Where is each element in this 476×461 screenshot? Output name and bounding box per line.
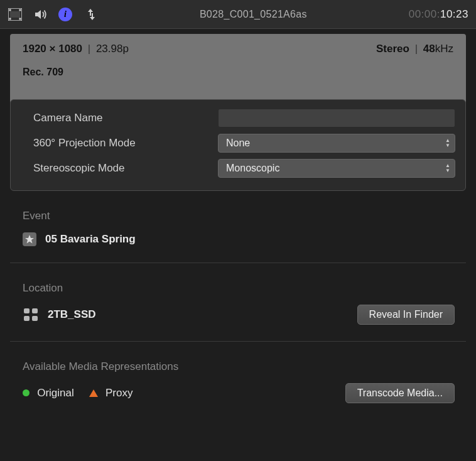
- status-triangle-warning-icon: [89, 389, 98, 397]
- svg-rect-6: [24, 308, 30, 313]
- colorspace-text: Rec. 709: [23, 67, 63, 77]
- svg-rect-2: [9, 9, 11, 11]
- original-media-indicator: Original: [23, 387, 74, 399]
- camera-name-input[interactable]: [218, 109, 455, 127]
- stereoscopic-mode-value: Monoscopic: [226, 163, 279, 174]
- audio-rate-text: 48: [423, 43, 435, 55]
- clip-title: B028_C001_0521A6as: [98, 9, 409, 20]
- inspector-toolbar: i B028_C001_0521A6as 00:00:10:23: [0, 0, 476, 29]
- metadata-row-2: Rec. 709: [23, 67, 453, 78]
- stereoscopic-mode-select[interactable]: Monoscopic: [218, 159, 455, 178]
- projection-mode-row: 360° Projection Mode None ▲▼: [17, 133, 459, 154]
- meta-video-spec: 1920 × 1080 | 23.98p: [23, 43, 129, 55]
- info-tab-icon[interactable]: i: [58, 7, 73, 22]
- svg-rect-4: [19, 9, 21, 11]
- proxy-media-indicator: Proxy: [89, 387, 133, 399]
- audio-tab-icon[interactable]: [33, 7, 48, 22]
- timecode-bright: 10:23: [440, 8, 468, 20]
- media-reps-list: Original Proxy: [23, 387, 133, 399]
- svg-rect-1: [10, 11, 20, 18]
- proxy-label: Proxy: [105, 387, 133, 399]
- event-name: 05 Bavaria Spring: [45, 233, 136, 246]
- camera-name-row: Camera Name: [17, 107, 459, 129]
- audio-rate-unit: kHz: [435, 43, 453, 55]
- inspector-body: Camera Name 360° Projection Mode None ▲▼…: [0, 106, 476, 420]
- toolbar-icons: i: [8, 7, 98, 22]
- timecode-display: 00:00:10:23: [409, 8, 468, 21]
- stereoscopic-mode-label: Stereoscopic Mode: [17, 162, 218, 175]
- camera-params-group: Camera Name 360° Projection Mode None ▲▼…: [10, 99, 466, 191]
- location-item[interactable]: 2TB_SSD: [23, 308, 96, 322]
- resolution-text: 1920 × 1080: [23, 43, 82, 55]
- svg-rect-9: [32, 316, 38, 321]
- metadata-row-1: 1920 × 1080 | 23.98p Stereo | 48kHz: [23, 43, 453, 55]
- drive-icon: [23, 308, 39, 322]
- svg-rect-3: [9, 18, 11, 19]
- timecode-dim: 00:00:: [409, 8, 440, 20]
- separator-pipe: |: [88, 43, 90, 55]
- location-section: Location 2TB_SSD Reveal In Finder: [10, 282, 466, 342]
- svg-rect-8: [24, 316, 30, 321]
- event-section: Event 05 Bavaria Spring: [10, 210, 466, 263]
- media-reps-title: Available Media Representations: [23, 361, 455, 373]
- reveal-in-finder-button[interactable]: Reveal In Finder: [357, 305, 455, 325]
- location-section-title: Location: [23, 282, 455, 295]
- star-icon: [23, 232, 36, 246]
- stereoscopic-mode-row: Stereoscopic Mode Monoscopic ▲▼: [17, 158, 459, 179]
- audio-channels-text: Stereo: [376, 43, 409, 55]
- original-label: Original: [37, 387, 74, 399]
- svg-rect-7: [32, 308, 38, 313]
- event-section-title: Event: [23, 210, 455, 222]
- projection-mode-select[interactable]: None: [218, 134, 455, 153]
- camera-name-label: Camera Name: [17, 112, 218, 124]
- frame-rate-text: 23.98p: [96, 43, 129, 55]
- clip-metadata-banner: 1920 × 1080 | 23.98p Stereo | 48kHz Rec.…: [10, 34, 466, 106]
- media-representations-section: Available Media Representations Original…: [10, 361, 466, 420]
- location-name: 2TB_SSD: [48, 308, 96, 321]
- event-item[interactable]: 05 Bavaria Spring: [23, 232, 136, 246]
- video-tab-icon[interactable]: [8, 7, 23, 22]
- projection-mode-value: None: [226, 138, 250, 149]
- projection-mode-label: 360° Projection Mode: [17, 137, 218, 149]
- transcode-media-button[interactable]: Transcode Media...: [345, 383, 455, 403]
- meta-audio-spec: Stereo | 48kHz: [376, 43, 453, 55]
- separator-pipe: |: [415, 43, 418, 55]
- share-tab-icon[interactable]: [83, 7, 98, 22]
- status-dot-available-icon: [23, 389, 30, 396]
- svg-rect-5: [19, 18, 21, 19]
